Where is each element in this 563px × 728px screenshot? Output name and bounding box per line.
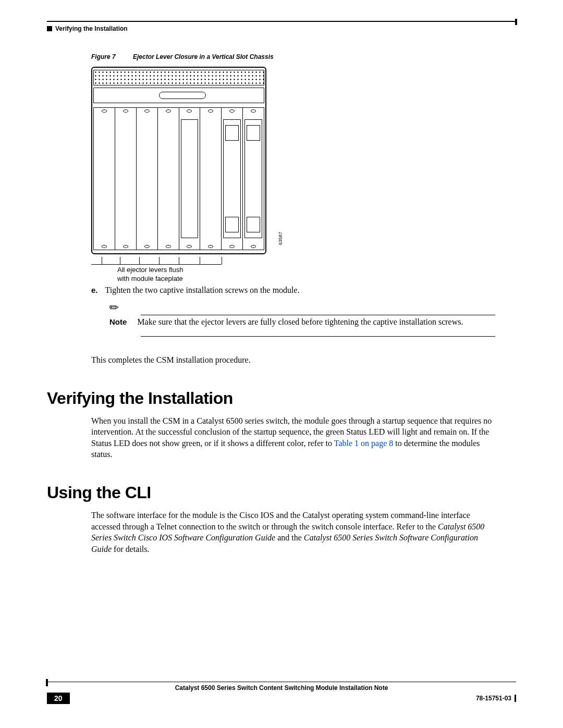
header-rule [47, 21, 516, 22]
note-pencil-icon: ✎ [109, 302, 130, 314]
table-link[interactable]: Table 1 on page 8 [334, 439, 394, 448]
callout-line-1: All ejector levers flush [117, 266, 183, 274]
figure-callout-text: All ejector levers flush with module fac… [117, 266, 183, 283]
chassis-drawing [91, 67, 266, 254]
figure-ref-number: 63587 [278, 232, 283, 245]
cli-paragraph: The software interface for the module is… [91, 510, 495, 554]
figure-illustration: 63587 All ejector levers flush with modu… [91, 67, 274, 254]
heading-verifying: Verifying the Installation [47, 389, 516, 408]
figure-caption: Figure 7 Ejector Lever Closure in a Vert… [91, 53, 516, 60]
page-number: 20 [47, 693, 70, 704]
note-text: Make sure that the ejector levers are fu… [137, 317, 463, 327]
running-title: Verifying the Installation [55, 25, 128, 32]
callout-lines [91, 254, 222, 265]
footer-doc-title: Catalyst 6500 Series Switch Content Swit… [47, 682, 516, 692]
cli-text-a: The software interface for the module is… [91, 511, 470, 531]
step-letter: e. [91, 286, 98, 295]
figure-title: Ejector Lever Closure in a Vertical Slot… [133, 53, 274, 60]
header-square-icon [47, 26, 52, 31]
callout-line-2: with module faceplate [117, 275, 183, 282]
heading-using-cli: Using the CLI [47, 483, 516, 502]
cli-text-b: for details. [112, 545, 149, 553]
step-text: Tighten the two captive installation scr… [105, 286, 300, 295]
step-e: e. Tighten the two captive installation … [91, 286, 516, 295]
footer-bar-icon [515, 695, 516, 702]
running-header: Verifying the Installation [47, 25, 516, 32]
note-block: ✎ Note Make sure that the ejector levers… [109, 302, 495, 337]
completion-paragraph: This completes the CSM installation proc… [91, 354, 495, 366]
page-footer: Catalyst 6500 Series Switch Content Swit… [47, 682, 516, 704]
note-label: Note [109, 317, 127, 327]
document-number: 78-15751-03 [476, 695, 516, 702]
verifying-paragraph: When you install the CSM in a Catalyst 6… [91, 415, 495, 460]
figure-label: Figure 7 [91, 53, 116, 60]
cli-mid: and the [275, 533, 304, 542]
